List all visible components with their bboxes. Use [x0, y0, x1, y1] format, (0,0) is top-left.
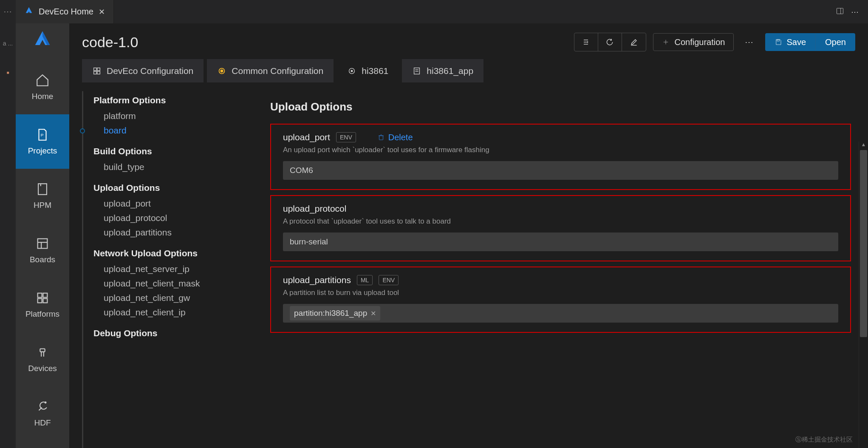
activity-devices[interactable]: Devices [16, 332, 69, 386]
tree-item-net-server-ip[interactable]: upload_net_server_ip [93, 262, 257, 276]
svg-rect-0 [837, 8, 843, 14]
option-title: upload_protocol [283, 204, 346, 214]
activity-bar: Home P Projects HPM Boards Platforms Dev… [16, 23, 69, 448]
option-upload-protocol: upload_protocol A protocol that `uploade… [270, 195, 851, 261]
delete-button[interactable]: Delete [377, 133, 413, 142]
scroll-up-icon[interactable]: ▲ [859, 142, 868, 147]
header-more-icon[interactable]: ⋯ [741, 37, 758, 47]
project-title: code-1.0 [82, 34, 567, 51]
option-upload-port: upload_port ENV Delete An upload port wh… [270, 124, 851, 190]
option-desc: A partition list to burn via upload tool [283, 289, 838, 297]
brand-logo-icon [31, 28, 54, 51]
subtab-hi3861[interactable]: hi3861 [337, 59, 399, 82]
tree-item-net-client-ip[interactable]: upload_net_client_ip [93, 305, 257, 320]
svg-rect-25 [97, 68, 100, 70]
svg-rect-5 [38, 239, 48, 249]
upload-protocol-input[interactable]: burn-serial [283, 233, 838, 251]
svg-rect-3 [38, 184, 47, 195]
svg-rect-26 [94, 71, 96, 74]
ml-badge: ML [357, 275, 373, 285]
svg-text:P: P [41, 133, 44, 137]
tree-item-net-client-mask[interactable]: upload_net_client_mask [93, 276, 257, 291]
svg-rect-10 [38, 298, 42, 303]
svg-rect-27 [97, 71, 100, 74]
env-badge: ENV [379, 275, 399, 285]
options-panel: Upload Options upload_port ENV Delete An… [257, 91, 855, 448]
tree-item-upload-protocol[interactable]: upload_protocol [93, 211, 257, 225]
svg-point-29 [221, 70, 223, 72]
header-row: code-1.0 Configuration ⋯ Save [69, 23, 868, 59]
option-title: upload_partitions [283, 275, 351, 285]
watermark: Ⓢ稀土掘金技术社区 [795, 436, 853, 444]
editor-area: code-1.0 Configuration ⋯ Save [69, 23, 868, 448]
tree-panel: Platform Options platform board Build Op… [85, 91, 257, 448]
activity-boards[interactable]: Boards [16, 223, 69, 278]
env-badge: ENV [336, 132, 356, 142]
svg-rect-9 [43, 293, 47, 298]
tree-item-board[interactable]: board [93, 123, 257, 138]
close-icon[interactable]: ✕ [99, 7, 105, 17]
svg-rect-8 [38, 293, 42, 298]
scrollbar[interactable]: ▲ [859, 142, 868, 448]
option-title: upload_port [283, 132, 330, 142]
tree-item-platform[interactable]: platform [93, 109, 257, 123]
activity-projects[interactable]: P Projects [16, 114, 69, 169]
split-editor-icon[interactable] [836, 7, 844, 17]
svg-rect-11 [43, 298, 47, 303]
svg-rect-12 [40, 349, 45, 352]
open-button[interactable]: Open [816, 33, 855, 51]
editor-tabbar: DevEco Home ✕ ⋯ [16, 0, 868, 23]
refresh-icon[interactable] [598, 33, 622, 51]
remove-token-icon[interactable]: ✕ [370, 309, 376, 318]
activity-hdf[interactable]: HDF [16, 386, 69, 441]
workspace: Home P Projects HPM Boards Platforms Dev… [16, 23, 868, 448]
edit-icon[interactable] [622, 33, 646, 51]
svg-rect-32 [414, 68, 420, 74]
gutter-label-a: a ... [3, 40, 13, 47]
tab-title: DevEco Home [39, 7, 93, 17]
subtab-hi3861-app[interactable]: hi3861_app [402, 59, 483, 82]
main-column: DevEco Home ✕ ⋯ Home P Projects [16, 0, 868, 448]
gutter-dots-icon: ⋯ [3, 6, 13, 17]
options-heading: Upload Options [270, 100, 851, 113]
gutter-marker: ■ [6, 70, 9, 75]
tree-item-build-type[interactable]: build_type [93, 160, 257, 174]
option-desc: A protocol that `uploader` tool uses to … [283, 217, 838, 226]
content-row: Platform Options platform board Build Op… [69, 91, 868, 448]
option-desc: An upload port which `uploader` tool use… [283, 146, 838, 154]
tree-section-debug[interactable]: Debug Options [93, 328, 257, 338]
tree-section-upload[interactable]: Upload Options [93, 183, 257, 193]
subtab-row: DevEco Configuration Common Configuratio… [69, 59, 868, 82]
outdent-icon[interactable] [574, 33, 598, 51]
option-upload-partitions: upload_partitions ML ENV A partition lis… [270, 267, 851, 333]
left-gutter: ⋯ a ... ■ [0, 0, 16, 448]
activity-hpm[interactable]: HPM [16, 169, 69, 223]
upload-port-input[interactable]: COM6 [283, 161, 838, 180]
subtab-common-config[interactable]: Common Configuration [207, 59, 334, 82]
tree-marker-icon [80, 128, 85, 133]
partition-token: partition:hi3861_app ✕ [290, 306, 380, 320]
configuration-button[interactable]: Configuration [653, 33, 734, 51]
activity-platforms[interactable]: Platforms [16, 278, 69, 332]
subtab-deveco-config[interactable]: DevEco Configuration [82, 59, 204, 82]
svg-rect-35 [379, 136, 383, 140]
tree-section-network[interactable]: Network Upload Options [93, 248, 257, 258]
tree-item-upload-partitions[interactable]: upload_partitions [93, 225, 257, 240]
scroll-thumb[interactable] [860, 150, 867, 337]
tree-section-build[interactable]: Build Options [93, 146, 257, 156]
activity-home[interactable]: Home [16, 60, 69, 114]
upload-partitions-input[interactable]: partition:hi3861_app ✕ [283, 304, 838, 323]
toolbar-group [574, 33, 646, 51]
tree-item-net-client-gw[interactable]: upload_net_client_gw [93, 291, 257, 305]
svg-point-15 [45, 402, 46, 403]
save-button[interactable]: Save [765, 33, 816, 51]
svg-rect-24 [94, 68, 96, 70]
tab-deveco-home[interactable]: DevEco Home ✕ [16, 0, 114, 23]
tree-item-upload-port[interactable]: upload_port [93, 196, 257, 211]
tree-section-platform[interactable]: Platform Options [93, 95, 257, 105]
svg-rect-23 [777, 40, 779, 41]
deveco-logo-icon [24, 6, 34, 17]
more-icon[interactable]: ⋯ [851, 7, 860, 17]
tree-border [82, 91, 83, 448]
primary-buttons: Save Open [765, 33, 855, 51]
